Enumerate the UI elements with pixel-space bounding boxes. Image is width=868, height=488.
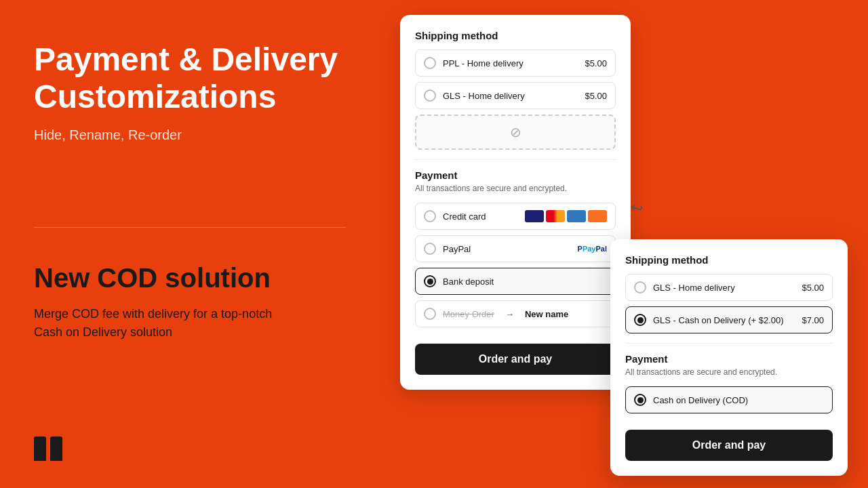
amex-icon (567, 210, 586, 222)
credit-card-radio[interactable] (424, 210, 436, 222)
front-gls-cod-radio[interactable] (634, 314, 646, 326)
paypal-left: PayPal (424, 243, 471, 255)
cod-radio[interactable] (634, 394, 646, 406)
ppl-radio[interactable] (424, 57, 436, 69)
gls-radio[interactable] (424, 89, 436, 102)
gls-price: $5.00 (585, 91, 607, 101)
discover-icon (588, 210, 607, 222)
money-order-radio[interactable] (424, 308, 436, 320)
cod-row[interactable]: Cash on Delivery (COD) (625, 386, 833, 413)
paypal-label: PayPal (443, 244, 471, 254)
front-order-pay-button[interactable]: Order and pay (625, 430, 833, 461)
money-order-new-label: New name (525, 309, 568, 319)
hide-icon: ⊘ (510, 124, 521, 140)
left-panel: Payment & Delivery Customizations Hide, … (0, 0, 380, 488)
front-gls-cod-left: GLS - Cash on Delivery (+ $2.00) (634, 314, 784, 326)
front-gls-home-price: $5.00 (802, 283, 824, 293)
right-panel: Shipping method PPL - Home delivery $5.0… (380, 0, 868, 488)
ppl-label: PPL - Home delivery (443, 58, 524, 68)
logo-mark (34, 436, 62, 461)
money-order-left: Money Order → New name (424, 308, 568, 320)
front-gls-cod-price: $7.00 (802, 315, 824, 325)
money-order-row[interactable]: Money Order → New name (415, 300, 616, 327)
hidden-option-row: ⊘ (415, 115, 616, 150)
bank-deposit-left: Bank deposit (424, 275, 494, 287)
bottom-section: New COD solution Merge COD fee with deli… (34, 228, 346, 448)
gls-label: GLS - Home delivery (443, 91, 525, 101)
logo-bar-left (34, 436, 46, 461)
back-order-pay-button[interactable]: Order and pay (415, 344, 616, 375)
payment-label: Payment (415, 169, 616, 181)
ppl-option-left: PPL - Home delivery (424, 57, 524, 69)
cod-radio-inner (637, 397, 644, 403)
front-payment-subtitle: All transactions are secure and encrypte… (625, 367, 833, 377)
front-gls-home-label: GLS - Home delivery (653, 283, 735, 293)
front-gls-home-row[interactable]: GLS - Home delivery $5.00 (625, 274, 833, 301)
mastercard-icon (546, 210, 565, 222)
gls-option-row[interactable]: GLS - Home delivery $5.00 (415, 82, 616, 109)
logo-bar-right (50, 436, 62, 461)
top-section: Payment & Delivery Customizations Hide, … (34, 41, 346, 227)
bottom-title: New COD solution (34, 262, 346, 294)
rename-arrow: → (505, 309, 514, 319)
cod-left: Cash on Delivery (COD) (634, 394, 748, 406)
bank-deposit-label: Bank deposit (443, 277, 494, 287)
front-shipping-label: Shipping method (625, 254, 833, 266)
credit-card-label: Credit card (443, 211, 486, 222)
back-shipping-label: Shipping method (415, 30, 616, 41)
cod-label: Cash on Delivery (COD) (653, 395, 748, 405)
ppl-option-row[interactable]: PPL - Home delivery $5.00 (415, 49, 616, 77)
front-payment-label: Payment (625, 353, 833, 365)
visa-icon (525, 210, 544, 222)
paypal-radio[interactable] (424, 243, 436, 255)
paypal-row[interactable]: PayPal PPayPal (415, 235, 616, 262)
money-order-original-label: Money Order (443, 309, 494, 319)
payment-divider (415, 159, 616, 160)
payment-section: Payment All transactions are secure and … (415, 169, 616, 327)
top-subtitle: Hide, Rename, Re-order (34, 127, 346, 143)
gls-option-left: GLS - Home delivery (424, 89, 525, 102)
front-gls-cod-label: GLS - Cash on Delivery (+ $2.00) (653, 315, 784, 325)
bank-deposit-radio[interactable] (424, 275, 436, 287)
paypal-logo: PPayPal (578, 245, 607, 253)
front-gls-home-radio[interactable] (634, 281, 646, 293)
front-gls-cod-radio-inner (637, 317, 644, 323)
front-payment-section: Payment All transactions are secure and … (625, 353, 833, 413)
payment-subtitle: All transactions are secure and encrypte… (415, 184, 616, 193)
front-gls-home-left: GLS - Home delivery (634, 281, 735, 293)
curved-arrow: ↩ (629, 199, 645, 219)
ppl-price: $5.00 (585, 58, 607, 68)
bank-deposit-radio-inner (427, 279, 433, 285)
card-back: Shipping method PPL - Home delivery $5.0… (400, 15, 631, 390)
front-gls-cod-row[interactable]: GLS - Cash on Delivery (+ $2.00) $7.00 (625, 306, 833, 333)
credit-card-left: Credit card (424, 210, 486, 222)
main-title: Payment & Delivery Customizations (34, 41, 346, 115)
bottom-subtitle: Merge COD fee with delivery for a top-no… (34, 305, 292, 342)
bank-deposit-row[interactable]: Bank deposit (415, 268, 616, 295)
card-front: Shipping method GLS - Home delivery $5.0… (610, 239, 848, 476)
credit-card-row[interactable]: Credit card (415, 203, 616, 230)
front-payment-divider (625, 343, 833, 344)
credit-card-icons (525, 210, 607, 222)
